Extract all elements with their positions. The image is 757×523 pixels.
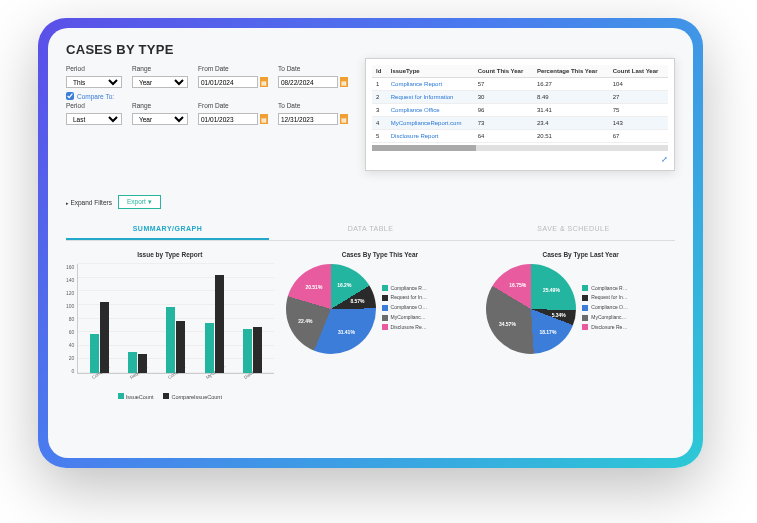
pie1-title: Cases By Type This Year — [286, 251, 475, 258]
issue-table: Id IssueType Count This Year Percentage … — [372, 65, 668, 143]
to2-label: To Date — [278, 102, 348, 109]
pie2-legend: Compliance R… Request for In… Compliance… — [582, 285, 628, 333]
to1-label: To Date — [278, 65, 348, 72]
th-last[interactable]: Count Last Year — [609, 65, 668, 78]
bar-y-axis: 160140120100806040200 — [66, 264, 77, 374]
data-table-panel: Id IssueType Count This Year Percentage … — [365, 58, 675, 171]
period2-select[interactable]: Last — [66, 113, 122, 125]
calendar-icon[interactable]: ▦ — [340, 77, 348, 87]
tabs: SUMMARY/GRAPH DATA TABLE SAVE & SCHEDULE — [66, 219, 675, 241]
table-row[interactable]: 2Request for Information308.4927 — [372, 91, 668, 104]
table-row[interactable]: 4MyComplianceReport.com7323.4143 — [372, 117, 668, 130]
export-button[interactable]: Export ▾ — [118, 195, 161, 209]
from2-label: From Date — [198, 102, 268, 109]
to1-input[interactable] — [278, 76, 338, 88]
pie1-legend: Compliance R… Request for In… Compliance… — [382, 285, 428, 333]
table-row[interactable]: 1Compliance Report5716.27104 — [372, 78, 668, 91]
calendar-icon[interactable]: ▦ — [260, 114, 268, 124]
calendar-icon[interactable]: ▦ — [340, 114, 348, 124]
from1-label: From Date — [198, 65, 268, 72]
th-pct[interactable]: Percentage This Year — [533, 65, 609, 78]
bar-chart — [77, 264, 273, 374]
th-type[interactable]: IssueType — [387, 65, 474, 78]
tab-data-table[interactable]: DATA TABLE — [269, 219, 472, 240]
expand-table-icon[interactable]: ⤢ — [372, 155, 668, 164]
range1-select[interactable]: Year — [132, 76, 188, 88]
compare-label: Compare To: — [77, 93, 114, 100]
from1-input[interactable] — [198, 76, 258, 88]
pie2-title: Cases By Type Last Year — [486, 251, 675, 258]
bar-legend-2: CompareIssueCount — [163, 393, 221, 400]
to2-input[interactable] — [278, 113, 338, 125]
range2-select[interactable]: Year — [132, 113, 188, 125]
pie-chart-last-year: 25.49%5.34%18.17%34.57%16.75% — [486, 264, 576, 354]
pie-chart-this-year: 16.2%8.57%31.41%22.4%20.51% — [286, 264, 376, 354]
tab-summary[interactable]: SUMMARY/GRAPH — [66, 219, 269, 240]
period1-select[interactable]: This — [66, 76, 122, 88]
range2-label: Range — [132, 102, 188, 109]
th-id[interactable]: Id — [372, 65, 387, 78]
bar-x-axis: Complia…Request…Complia…MyCompl…Disclos… — [84, 376, 274, 381]
th-count[interactable]: Count This Year — [474, 65, 533, 78]
period2-label: Period — [66, 102, 122, 109]
range1-label: Range — [132, 65, 188, 72]
from2-input[interactable] — [198, 113, 258, 125]
bar-legend-1: IssueCount — [118, 393, 154, 400]
table-row[interactable]: 3Compliance Office9631.4175 — [372, 104, 668, 117]
tab-save-schedule[interactable]: SAVE & SCHEDULE — [472, 219, 675, 240]
table-scrollbar[interactable] — [372, 145, 668, 151]
period1-label: Period — [66, 65, 122, 72]
calendar-icon[interactable]: ▦ — [260, 77, 268, 87]
bar-chart-title: Issue by Type Report — [66, 251, 274, 258]
compare-checkbox[interactable] — [66, 92, 74, 100]
expand-filters-toggle[interactable]: Expand Filters — [66, 199, 112, 206]
page-title: CASES BY TYPE — [66, 42, 675, 57]
table-row[interactable]: 5Disclosure Report6420.5167 — [372, 130, 668, 143]
